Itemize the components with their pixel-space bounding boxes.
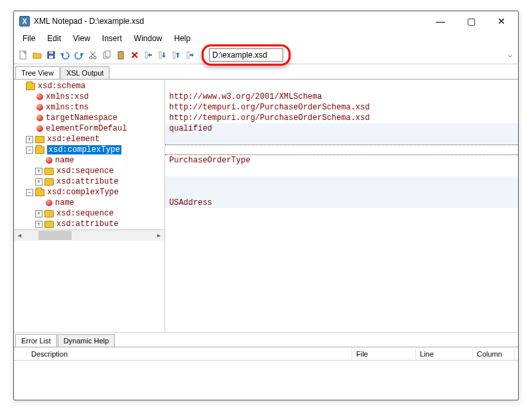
node-label[interactable]: xsd:sequence — [56, 209, 113, 218]
node-label[interactable]: xsd:element — [47, 135, 100, 144]
minimize-button[interactable]: — — [425, 11, 456, 31]
col-line[interactable]: Line — [416, 349, 473, 359]
value-row[interactable] — [165, 187, 518, 198]
svg-line-7 — [90, 52, 95, 56]
tree-row[interactable]: +xsd:attribute — [14, 176, 165, 187]
node-label[interactable]: xmlns:tns — [46, 103, 89, 112]
new-icon[interactable] — [17, 48, 30, 62]
menu-edit[interactable]: Edit — [41, 32, 67, 45]
tree-row[interactable]: +xsd:element — [14, 134, 165, 145]
tab-xsl-output[interactable]: XSL Output — [60, 66, 109, 79]
node-label[interactable]: xsd:complexType — [47, 145, 121, 154]
attribute-icon — [36, 93, 43, 100]
node-label[interactable]: xmlns:xsd — [46, 92, 89, 101]
value-row[interactable]: qualified — [165, 123, 518, 134]
tree-row[interactable]: +xsd:sequence — [14, 166, 165, 176]
folder-icon — [44, 168, 54, 175]
value-row[interactable] — [165, 134, 518, 145]
tree-hscrollbar[interactable]: ◀ ▶ — [14, 229, 165, 241]
node-label[interactable]: name — [55, 198, 74, 207]
attribute-icon — [46, 200, 52, 206]
collapse-icon[interactable]: − — [26, 147, 33, 154]
outdent-icon[interactable] — [142, 48, 155, 62]
titlebar: XML Notepad - D:\example.xsd — ▢ ✕ — [14, 11, 518, 31]
tree-row[interactable]: xmlns:xsd — [14, 91, 165, 102]
node-label[interactable]: xsd:sequence — [56, 166, 113, 176]
expand-icon[interactable]: + — [35, 178, 42, 186]
tree-row[interactable]: +xsd:attribute — [14, 219, 165, 229]
redo-icon[interactable] — [72, 48, 86, 62]
node-label[interactable]: targetNamespace — [46, 113, 117, 123]
value-row[interactable] — [165, 166, 518, 176]
col-index[interactable] — [14, 353, 27, 355]
app-icon — [19, 16, 30, 27]
folder-icon — [35, 136, 44, 143]
value-row[interactable] — [165, 208, 518, 219]
node-label[interactable]: xsd:attribute — [56, 219, 119, 229]
col-column[interactable]: Column — [473, 349, 515, 359]
save-icon[interactable] — [44, 48, 58, 62]
value-row[interactable]: http://www.w3.org/2001/XMLSchema — [165, 91, 518, 102]
col-file[interactable]: File — [352, 349, 416, 359]
open-icon[interactable] — [31, 48, 44, 62]
move-down-icon[interactable] — [156, 48, 169, 62]
node-label[interactable]: xsd:complexType — [47, 188, 119, 197]
value-row[interactable] — [165, 176, 518, 187]
address-input[interactable] — [209, 48, 283, 62]
move-up-icon[interactable] — [170, 48, 183, 62]
node-label[interactable]: name — [55, 156, 74, 165]
tab-tree-view[interactable]: Tree View — [15, 66, 60, 80]
scroll-left-icon[interactable]: ◀ — [14, 230, 25, 241]
tab-dynamic-help[interactable]: Dynamic Help — [58, 334, 115, 347]
expand-icon[interactable]: + — [35, 221, 42, 228]
menu-insert[interactable]: Insert — [96, 32, 128, 45]
node-label[interactable]: elementFormDefaul — [46, 124, 127, 133]
value-row[interactable]: PurchaseOrderType — [165, 155, 518, 166]
close-button[interactable]: ✕ — [486, 11, 517, 31]
col-description[interactable]: Description — [27, 349, 352, 359]
folder-icon — [44, 210, 54, 217]
tab-error-list[interactable]: Error List — [15, 334, 57, 347]
tree-row[interactable]: −xsd:complexType — [14, 145, 165, 155]
tree-row[interactable]: name — [14, 198, 165, 208]
undo-icon[interactable] — [58, 48, 72, 62]
value-row[interactable]: http://tempuri.org/PurchaseOrderSchema.x… — [165, 102, 518, 113]
indent-icon[interactable] — [184, 48, 197, 62]
delete-icon[interactable] — [128, 48, 141, 62]
cut-icon[interactable] — [86, 48, 100, 62]
value-row[interactable]: http://tempuri.org/PurchaseOrderSchema.x… — [165, 113, 518, 123]
tree-row[interactable]: targetNamespace — [14, 113, 165, 123]
value-pane[interactable]: http://www.w3.org/2001/XMLSchemahttp://t… — [165, 80, 518, 332]
maximize-button[interactable]: ▢ — [456, 11, 486, 31]
expand-icon[interactable]: + — [35, 168, 42, 175]
tree-row[interactable]: xsd:schema — [14, 81, 165, 91]
value-row[interactable]: USAddress — [165, 198, 518, 208]
tree-row[interactable]: name — [14, 155, 165, 166]
tree-row[interactable]: xmlns:tns — [14, 102, 165, 113]
value-row[interactable] — [165, 81, 518, 91]
main-panel: xsd:schemaxmlns:xsdxmlns:tnstargetNamesp… — [14, 79, 518, 332]
menu-view[interactable]: View — [67, 32, 96, 45]
copy-icon[interactable] — [100, 48, 113, 62]
node-label[interactable]: xsd:schema — [38, 82, 86, 91]
value-row[interactable] — [165, 145, 518, 155]
expand-icon[interactable]: + — [26, 136, 33, 143]
paste-icon[interactable] — [114, 48, 127, 62]
scroll-right-icon[interactable]: ▶ — [153, 230, 165, 241]
tree-row[interactable]: +xsd:sequence — [14, 208, 165, 219]
top-tabs: Tree View XSL Output — [14, 64, 518, 79]
collapse-icon[interactable]: − — [26, 189, 33, 196]
address-dropdown-icon[interactable]: ⌵ — [505, 51, 515, 58]
value-row[interactable] — [165, 219, 518, 229]
window-title: XML Notepad - D:\example.xsd — [34, 17, 425, 26]
menu-window[interactable]: Window — [128, 32, 168, 45]
menu-file[interactable]: File — [17, 32, 41, 45]
tree-row[interactable]: elementFormDefaul — [14, 123, 165, 134]
expand-icon[interactable]: + — [35, 210, 42, 217]
tree-pane[interactable]: xsd:schemaxmlns:xsdxmlns:tnstargetNamesp… — [14, 80, 165, 332]
tree-row[interactable]: −xsd:complexType — [14, 187, 165, 198]
app-window: XML Notepad - D:\example.xsd — ▢ ✕ File … — [13, 11, 519, 400]
menu-help[interactable]: Help — [168, 32, 197, 45]
node-label[interactable]: xsd:attribute — [56, 177, 119, 186]
attribute-icon — [36, 125, 43, 132]
